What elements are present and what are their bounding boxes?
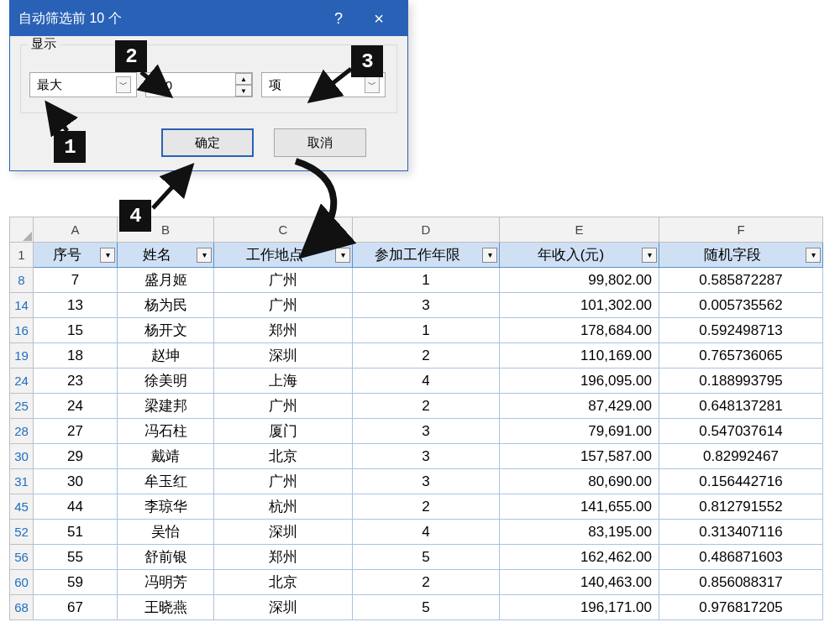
direction-combo[interactable]: 最大 ﹀ — [29, 72, 137, 97]
cell[interactable]: 0.313407116 — [659, 520, 823, 545]
cell[interactable]: 83,195.00 — [500, 520, 659, 545]
cell[interactable]: 67 — [34, 595, 118, 620]
cancel-button[interactable]: 取消 — [274, 128, 366, 157]
cell[interactable]: 5 — [353, 595, 500, 620]
cell[interactable]: 牟玉红 — [118, 469, 214, 494]
cell[interactable]: 157,587.00 — [500, 444, 659, 469]
cell[interactable]: 上海 — [214, 368, 353, 394]
cell[interactable]: 0.856088317 — [659, 570, 823, 595]
cell[interactable]: 深圳 — [214, 520, 353, 545]
cell[interactable]: 李琼华 — [118, 494, 214, 520]
col-head-E[interactable]: E — [500, 217, 659, 243]
cell[interactable]: 51 — [34, 520, 118, 545]
cell[interactable]: 162,462.00 — [500, 545, 659, 570]
cell[interactable]: 厦门 — [214, 419, 353, 444]
row-head[interactable]: 1 — [10, 243, 34, 268]
cell[interactable]: 徐美明 — [118, 368, 214, 394]
cell[interactable]: 0.005735562 — [659, 293, 823, 318]
cell[interactable]: 99,802.00 — [500, 268, 659, 293]
cell[interactable]: 23 — [34, 368, 118, 394]
count-spinner[interactable]: 100 ▲ ▼ — [145, 72, 253, 97]
cell[interactable]: 赵坤 — [118, 343, 214, 368]
cell[interactable]: 3 — [353, 469, 500, 494]
cell[interactable]: 广州 — [214, 469, 353, 494]
filter-dropdown-icon[interactable] — [482, 248, 497, 263]
filter-dropdown-icon[interactable] — [806, 248, 821, 263]
col-head-D[interactable]: D — [353, 217, 500, 243]
cell[interactable]: 杨为民 — [118, 293, 214, 318]
header-cell[interactable]: 年收入(元) — [500, 243, 659, 268]
cell[interactable]: 1 — [353, 268, 500, 293]
cell[interactable]: 2 — [353, 570, 500, 595]
row-head[interactable]: 24 — [10, 368, 34, 394]
cell[interactable]: 0.547037614 — [659, 419, 823, 444]
cell[interactable]: 吴怡 — [118, 520, 214, 545]
cell[interactable]: 0.765736065 — [659, 343, 823, 368]
cell[interactable]: 2 — [353, 394, 500, 419]
cell[interactable]: 杭州 — [214, 494, 353, 520]
cell[interactable]: 广州 — [214, 268, 353, 293]
cell[interactable]: 18 — [34, 343, 118, 368]
cell[interactable]: 郑州 — [214, 545, 353, 570]
cell[interactable]: 44 — [34, 494, 118, 520]
row-head[interactable]: 16 — [10, 318, 34, 343]
row-head[interactable]: 28 — [10, 419, 34, 444]
cell[interactable]: 冯明芳 — [118, 570, 214, 595]
cell[interactable]: 4 — [353, 520, 500, 545]
cell[interactable]: 深圳 — [214, 595, 353, 620]
header-cell[interactable]: 序号 — [34, 243, 118, 268]
cell[interactable]: 冯石柱 — [118, 419, 214, 444]
header-cell[interactable]: 参加工作年限 — [353, 243, 500, 268]
row-head[interactable]: 68 — [10, 595, 34, 620]
cell[interactable]: 178,684.00 — [500, 318, 659, 343]
cell[interactable]: 舒前银 — [118, 545, 214, 570]
cell[interactable]: 3 — [353, 419, 500, 444]
cell[interactable]: 15 — [34, 318, 118, 343]
cell[interactable]: 79,691.00 — [500, 419, 659, 444]
cell[interactable]: 郑州 — [214, 318, 353, 343]
cell[interactable]: 广州 — [214, 293, 353, 318]
cell[interactable]: 广州 — [214, 394, 353, 419]
cell[interactable]: 杨开文 — [118, 318, 214, 343]
row-head[interactable]: 31 — [10, 469, 34, 494]
cell[interactable]: 80,690.00 — [500, 469, 659, 494]
row-head[interactable]: 30 — [10, 444, 34, 469]
spinner-up-icon[interactable]: ▲ — [235, 73, 252, 85]
close-button[interactable]: × — [359, 1, 399, 36]
cell[interactable]: 戴靖 — [118, 444, 214, 469]
cell[interactable]: 2 — [353, 494, 500, 520]
header-cell[interactable]: 工作地点 — [214, 243, 353, 268]
cell[interactable]: 29 — [34, 444, 118, 469]
cell[interactable]: 7 — [34, 268, 118, 293]
cell[interactable]: 0.592498713 — [659, 318, 823, 343]
cell[interactable]: 0.486871603 — [659, 545, 823, 570]
spinner-down-icon[interactable]: ▼ — [235, 85, 252, 97]
cell[interactable]: 北京 — [214, 570, 353, 595]
row-head[interactable]: 56 — [10, 545, 34, 570]
dialog-titlebar[interactable]: 自动筛选前 10 个 ? × — [10, 1, 407, 36]
row-head[interactable]: 19 — [10, 343, 34, 368]
filter-dropdown-icon[interactable] — [100, 248, 115, 263]
row-head[interactable]: 8 — [10, 268, 34, 293]
chevron-down-icon[interactable]: ﹀ — [365, 76, 380, 93]
help-button[interactable]: ? — [318, 1, 359, 36]
cell[interactable]: 3 — [353, 444, 500, 469]
cell[interactable]: 梁建邦 — [118, 394, 214, 419]
cell[interactable]: 59 — [34, 570, 118, 595]
col-head-A[interactable]: A — [34, 217, 118, 243]
cell[interactable]: 深圳 — [214, 343, 353, 368]
cell[interactable]: 55 — [34, 545, 118, 570]
cell[interactable]: 101,302.00 — [500, 293, 659, 318]
cell[interactable]: 5 — [353, 545, 500, 570]
cell[interactable]: 140,463.00 — [500, 570, 659, 595]
cell[interactable]: 0.188993795 — [659, 368, 823, 394]
header-cell[interactable]: 姓名 — [118, 243, 214, 268]
cell[interactable]: 0.976817205 — [659, 595, 823, 620]
cell[interactable]: 24 — [34, 394, 118, 419]
cell[interactable]: 1 — [353, 318, 500, 343]
cell[interactable]: 0.812791552 — [659, 494, 823, 520]
cell[interactable]: 盛月姬 — [118, 268, 214, 293]
cell[interactable]: 27 — [34, 419, 118, 444]
cell[interactable]: 141,655.00 — [500, 494, 659, 520]
cell[interactable]: 北京 — [214, 444, 353, 469]
